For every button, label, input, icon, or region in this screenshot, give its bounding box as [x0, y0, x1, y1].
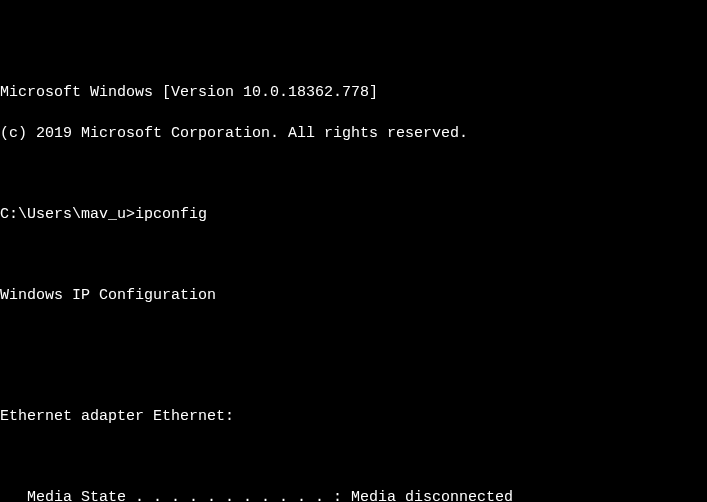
adapter-media-state: Media State . . . . . . . . . . . : Medi… — [0, 488, 707, 502]
blank-line — [0, 448, 707, 468]
blank-line — [0, 164, 707, 184]
prompt-line[interactable]: C:\Users\mav_u>ipconfig — [0, 205, 707, 225]
blank-line — [0, 367, 707, 387]
blank-line — [0, 326, 707, 346]
ipconfig-title: Windows IP Configuration — [0, 286, 707, 306]
copyright-line: (c) 2019 Microsoft Corporation. All righ… — [0, 124, 707, 144]
adapter-heading: Ethernet adapter Ethernet: — [0, 407, 707, 427]
prompt-path: C:\Users\mav_u> — [0, 206, 135, 223]
version-line: Microsoft Windows [Version 10.0.18362.77… — [0, 83, 707, 103]
prompt-command: ipconfig — [135, 206, 207, 223]
blank-line — [0, 245, 707, 265]
